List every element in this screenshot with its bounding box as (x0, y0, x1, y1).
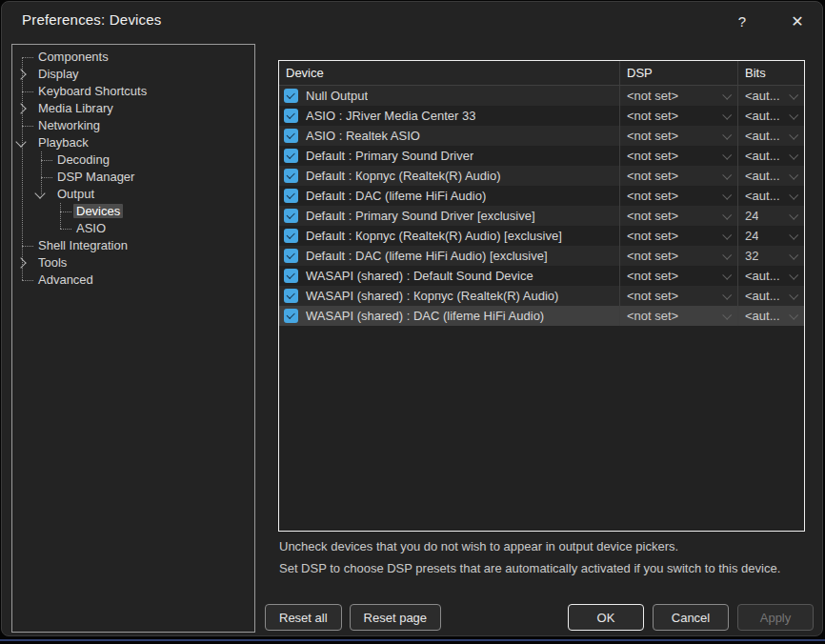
column-header-device[interactable]: Device (279, 61, 620, 85)
sidebar-item-media-library[interactable]: Media Library (12, 100, 254, 117)
help-button[interactable]: ? (726, 7, 758, 35)
device-label: Default : Primary Sound Driver (306, 149, 473, 163)
sidebar-item-playback[interactable]: Playback (12, 134, 254, 151)
dsp-dropdown[interactable]: <not set> (620, 186, 738, 206)
bits-value: <aut... (745, 309, 780, 323)
sidebar-item-tools[interactable]: Tools (12, 254, 254, 272)
device-checkbox[interactable] (284, 149, 298, 163)
sidebar-item-display[interactable]: Display (12, 66, 254, 83)
table-row[interactable]: WASAPI (shared) : Default Sound Device <… (279, 266, 804, 286)
dsp-dropdown[interactable]: <not set> (620, 306, 738, 326)
dsp-dropdown[interactable]: <not set> (620, 126, 738, 146)
table-row[interactable]: ASIO : JRiver Media Center 33 <not set> … (279, 106, 804, 126)
preferences-tree: Components Display Keyboard Shortcuts Me… (12, 45, 254, 633)
bits-dropdown[interactable]: 24 (738, 206, 804, 226)
bits-dropdown[interactable]: <aut... (738, 126, 804, 146)
sidebar-item-devices[interactable]: Devices (12, 203, 254, 220)
dsp-dropdown[interactable]: <not set> (620, 166, 738, 186)
tree-branch-stub (60, 229, 71, 230)
dsp-dropdown[interactable]: <not set> (620, 246, 738, 266)
column-header-bits[interactable]: Bits (738, 61, 804, 85)
ok-button[interactable]: OK (568, 604, 644, 631)
bits-dropdown[interactable]: <aut... (738, 186, 804, 206)
bits-value: <aut... (745, 189, 780, 203)
dsp-dropdown[interactable]: <not set> (620, 286, 738, 306)
bits-value: <aut... (745, 109, 780, 123)
tree-branch-stub (22, 57, 33, 58)
bits-dropdown[interactable]: <aut... (738, 286, 804, 306)
chevron-down-icon (789, 171, 798, 180)
sidebar-item-decoding[interactable]: Decoding (12, 151, 254, 169)
reset-all-button[interactable]: Reset all (265, 604, 342, 631)
bits-value: <aut... (745, 149, 780, 163)
table-row[interactable]: Default : Корпус (Realtek(R) Audio) <not… (279, 166, 804, 186)
chevron-down-icon (15, 136, 26, 147)
cancel-button[interactable]: Cancel (653, 604, 729, 631)
table-row[interactable]: Null Output <not set> <aut... (279, 86, 804, 106)
bits-value: <aut... (745, 169, 780, 183)
dsp-dropdown[interactable]: <not set> (620, 266, 738, 286)
tree-item-label: Keyboard Shortcuts (35, 84, 150, 98)
apply-button[interactable]: Apply (737, 604, 814, 631)
tree-branch-stub (22, 91, 33, 92)
chevron-down-icon (789, 231, 798, 240)
device-checkbox[interactable] (284, 289, 298, 303)
table-body: Null Output <not set> <aut... ASIO : JRi… (279, 86, 804, 326)
device-checkbox[interactable] (284, 229, 298, 243)
table-row[interactable]: Default : DAC (lifeme HiFi Audio) <not s… (279, 186, 804, 206)
chevron-down-icon (789, 251, 798, 260)
dsp-value: <not set> (627, 209, 678, 223)
sidebar-item-networking[interactable]: Networking (12, 117, 254, 134)
dsp-dropdown[interactable]: <not set> (620, 106, 738, 126)
device-checkbox[interactable] (284, 109, 298, 123)
dialog-button-group: OK Cancel Apply (568, 604, 814, 631)
device-checkbox[interactable] (284, 269, 298, 283)
sidebar-item-shell-integration[interactable]: Shell Integration (12, 237, 254, 254)
dsp-dropdown[interactable]: <not set> (620, 146, 738, 166)
tree-item-label: ASIO (73, 221, 109, 235)
bits-dropdown[interactable]: <aut... (738, 86, 804, 106)
table-row[interactable]: Default : Корпус (Realtek(R) Audio) [exc… (279, 226, 804, 246)
device-checkbox[interactable] (284, 309, 298, 323)
chevron-down-icon (722, 151, 732, 160)
dsp-value: <not set> (627, 89, 678, 103)
sidebar-item-keyboard-shortcuts[interactable]: Keyboard Shortcuts (12, 83, 254, 100)
device-checkbox[interactable] (284, 189, 298, 203)
device-cell: WASAPI (shared) : Default Sound Device (279, 266, 620, 286)
bits-value: 24 (745, 209, 758, 223)
device-checkbox[interactable] (284, 89, 298, 103)
sidebar-item-dsp-manager[interactable]: DSP Manager (12, 169, 254, 186)
device-checkbox[interactable] (284, 169, 298, 183)
dsp-dropdown[interactable]: <not set> (620, 226, 738, 246)
bits-dropdown[interactable]: <aut... (738, 306, 804, 326)
dsp-value: <not set> (627, 109, 678, 123)
table-row[interactable]: WASAPI (shared) : Корпус (Realtek(R) Aud… (279, 286, 804, 306)
sidebar-item-output[interactable]: Output (12, 186, 254, 203)
column-header-dsp[interactable]: DSP (620, 61, 738, 85)
device-checkbox[interactable] (284, 129, 298, 143)
dsp-value: <not set> (627, 269, 678, 283)
table-row[interactable]: ASIO : Realtek ASIO <not set> <aut... (279, 126, 804, 146)
device-label: Null Output (306, 89, 368, 103)
sidebar-item-components[interactable]: Components (12, 49, 254, 66)
sidebar-item-asio[interactable]: ASIO (12, 220, 254, 237)
table-row[interactable]: Default : Primary Sound Driver <not set>… (279, 146, 804, 166)
bits-dropdown[interactable]: 24 (738, 226, 804, 246)
device-cell: ASIO : JRiver Media Center 33 (279, 106, 620, 126)
table-row[interactable]: Default : DAC (lifeme HiFi Audio) [exclu… (279, 246, 804, 266)
bits-dropdown[interactable]: 32 (738, 246, 804, 266)
tree-branch-stub (41, 177, 52, 178)
bits-dropdown[interactable]: <aut... (738, 146, 804, 166)
sidebar-item-advanced[interactable]: Advanced (12, 272, 254, 289)
dsp-dropdown[interactable]: <not set> (620, 206, 738, 226)
table-row[interactable]: WASAPI (shared) : DAC (lifeme HiFi Audio… (279, 306, 804, 326)
table-row[interactable]: Default : Primary Sound Driver [exclusiv… (279, 206, 804, 226)
device-checkbox[interactable] (284, 249, 298, 263)
device-checkbox[interactable] (284, 209, 298, 223)
bits-dropdown[interactable]: <aut... (738, 166, 804, 186)
bits-dropdown[interactable]: <aut... (738, 106, 804, 126)
close-button[interactable]: ✕ (781, 7, 814, 35)
reset-page-button[interactable]: Reset page (350, 604, 442, 631)
dsp-dropdown[interactable]: <not set> (620, 86, 738, 106)
bits-dropdown[interactable]: <aut... (738, 266, 804, 286)
